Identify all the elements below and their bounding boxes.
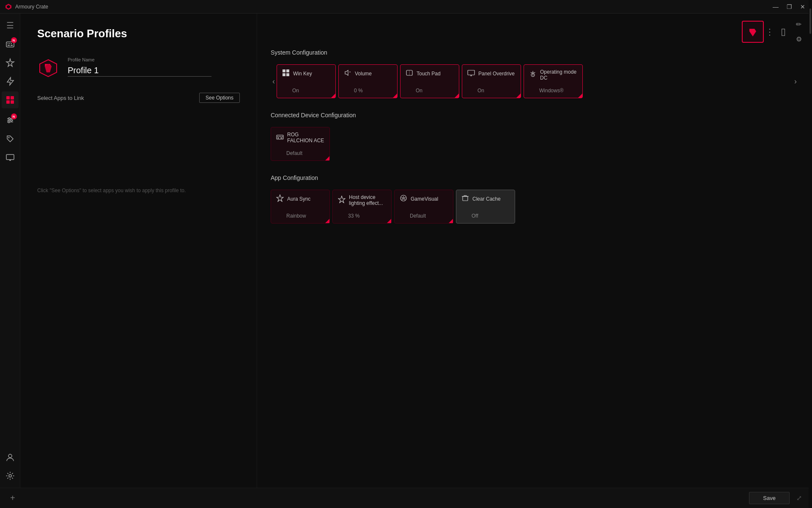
volume-card-top: Volume [344,69,372,78]
device-cards: ROG FALCHION ACE Default [271,127,798,161]
left-panel: Scenario Profiles Profile Name [20,14,257,488]
app-logo [5,3,12,10]
sidebar-item-tag[interactable] [2,130,19,147]
content-area: Scenario Profiles Profile Name [20,14,812,488]
rog-falchion-card[interactable]: ROG FALCHION ACE Default [271,127,330,161]
win-key-card-top: Win Key [282,69,312,78]
touch-pad-card[interactable]: Touch Pad On [400,64,459,98]
clear-cache-label: Clear Cache [472,196,501,202]
svg-rect-35 [468,70,475,75]
see-options-button[interactable]: See Options [199,93,240,103]
svg-rect-20 [6,155,14,160]
active-profile-icon[interactable] [742,21,764,43]
aura-sync-value: Rainbow [286,213,306,219]
device-icon: ▯ [781,26,786,37]
sidebar-item-keyboard[interactable]: N [2,36,19,52]
page-title: Scenario Profiles [37,27,240,40]
profile-name-label: Profile Name [68,57,240,62]
svg-rect-44 [277,138,279,138]
touch-pad-icon [406,69,413,78]
panel-overdrive-value: On [477,88,484,94]
aura-sync-card[interactable]: Aura Sync Rainbow [271,190,330,224]
svg-marker-8 [6,59,14,66]
select-apps-row: Select Apps to Link See Options [37,93,240,103]
window-controls: — ❐ ✕ [771,4,807,10]
sliders-badge: N [11,113,17,119]
sidebar-item-display[interactable] [2,149,19,166]
right-scrollbar[interactable] [809,14,812,488]
operating-mode-label: Operating mode DC [540,69,577,81]
connected-device-header: Connected Device Configuration [271,112,798,119]
host-device-value: 33 % [348,213,359,219]
save-button[interactable]: Save [749,492,790,504]
app-title: Armoury Crate [15,4,771,10]
volume-card[interactable]: Volume 0 % [338,64,398,98]
volume-corner [393,94,397,98]
host-device-card[interactable]: Host device lighting effect... 33 % [332,190,392,224]
svg-point-18 [8,121,10,123]
profile-name-input[interactable] [68,65,211,77]
sidebar: ☰ N N [0,14,20,488]
bottom-bar: + Save ⤢ [0,488,812,508]
top-right-controls: ⋮ ▯ ✏ ⚙ [742,20,802,43]
close-button[interactable]: ✕ [798,4,807,10]
restore-button[interactable]: ❐ [785,4,793,10]
add-profile-button[interactable]: + [10,493,15,503]
clear-cache-top: Clear Cache [461,194,501,204]
edit-profile-button[interactable]: ✏ [796,20,802,28]
clear-cache-card[interactable]: Clear Cache Off [456,190,515,224]
svg-marker-46 [277,195,283,202]
sidebar-item-boost[interactable] [2,73,19,90]
select-apps-label: Select Apps to Link [37,95,84,101]
svg-rect-30 [283,73,285,76]
gamevisual-card[interactable]: GameVisual Default [394,190,453,224]
profile-info: Profile Name [68,57,240,77]
sidebar-item-user[interactable] [2,449,19,466]
host-device-top: Host device lighting effect... [338,194,386,206]
sidebar-item-sliders[interactable]: N [2,112,19,129]
sidebar-item-aura[interactable] [2,54,19,71]
sidebar-item-scenario[interactable] [2,91,19,108]
aura-sync-label: Aura Sync [287,196,310,202]
sidebar-item-settings[interactable] [2,467,19,484]
svg-rect-42 [280,136,281,137]
profile-icon [37,57,59,79]
minimize-button[interactable]: — [771,4,780,10]
bottom-right: Save ⤢ [749,492,802,504]
svg-rect-9 [6,96,10,99]
operating-mode-card[interactable]: Operating mode DC Windows® [524,64,583,98]
keyboard-badge: N [11,37,17,43]
svg-point-19 [8,137,9,138]
touch-pad-card-top: Touch Pad [406,69,441,78]
scrollbar-thumb [809,14,811,34]
host-device-corner [387,219,391,223]
panel-overdrive-card[interactable]: Panel Overdrive On [462,64,521,98]
win-key-corner [331,94,335,98]
app-config-section: App Configuration Aura Sync Rainbow [271,174,798,224]
svg-point-16 [8,118,10,119]
aura-sync-corner [325,219,329,223]
system-cards-scroll: Win Key On Volume [277,64,793,98]
clear-cache-icon [461,194,469,204]
system-scroll-left[interactable]: ‹ [271,75,277,88]
profile-settings-button[interactable]: ⚙ [796,35,802,43]
volume-value: 0 % [354,88,363,94]
host-device-label: Host device lighting effect... [349,194,386,206]
more-options-button[interactable]: ⋮ [765,27,774,37]
app-config-header: App Configuration [271,174,798,181]
device-corner [325,156,329,160]
system-scroll-right[interactable]: › [793,75,798,88]
volume-icon [344,69,351,78]
volume-label: Volume [355,71,372,77]
svg-rect-50 [463,196,468,201]
titlebar: Armoury Crate — ❐ ✕ [0,0,812,14]
operating-mode-card-top: Operating mode DC [529,69,577,81]
sidebar-item-menu[interactable]: ☰ [2,17,19,34]
touch-pad-corner [455,94,459,98]
operating-mode-icon [529,70,537,80]
panel-overdrive-corner [516,94,521,98]
win-key-card[interactable]: Win Key On [277,64,336,98]
svg-rect-4 [9,43,10,44]
expand-button[interactable]: ⤢ [796,494,802,502]
touch-pad-label: Touch Pad [417,71,441,77]
